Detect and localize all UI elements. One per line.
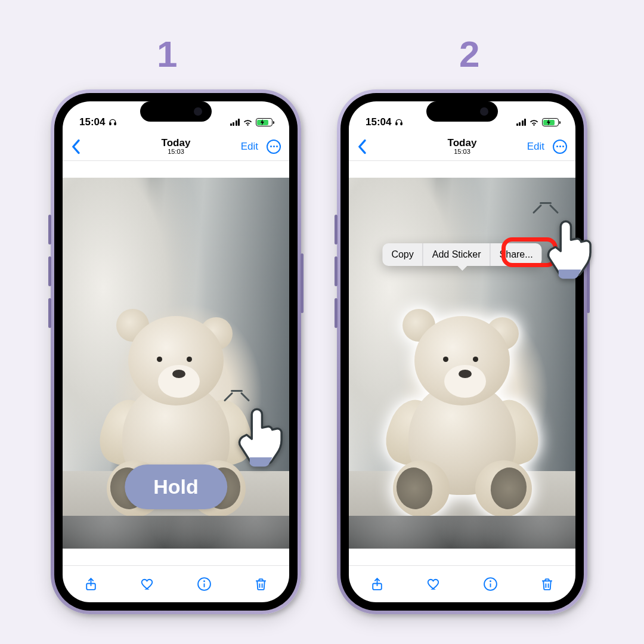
headphones-icon (395, 118, 403, 126)
nav-title-text: Today (162, 138, 191, 148)
svg-point-11 (490, 581, 491, 581)
dynamic-island (426, 101, 498, 122)
edit-button[interactable]: Edit (527, 141, 544, 153)
cellular-icon (230, 119, 240, 126)
nav-bar: Today 15:03 Edit (63, 132, 289, 161)
phone-mockup-2: 15:04 Today 15:03 Edit (337, 89, 587, 614)
more-button[interactable] (553, 140, 567, 154)
favorite-icon[interactable] (140, 577, 156, 592)
headphones-icon (109, 118, 117, 126)
trash-icon[interactable] (253, 577, 269, 592)
nav-title-text: Today (448, 138, 477, 148)
step-number-1: 1 (157, 33, 177, 75)
info-icon[interactable] (483, 577, 499, 592)
svg-rect-0 (110, 123, 111, 125)
edit-button[interactable]: Edit (241, 141, 258, 153)
nav-bar: Today 15:03 Edit (349, 132, 575, 161)
bottom-toolbar (349, 565, 575, 602)
info-icon[interactable] (197, 577, 212, 592)
phone-mockup-1: 15:04 Today 15:03 Edit (51, 89, 301, 614)
svg-rect-6 (396, 123, 397, 125)
menu-add-sticker[interactable]: Add Sticker (423, 243, 490, 266)
home-indicator[interactable] (422, 603, 503, 606)
back-button[interactable] (71, 139, 82, 154)
photo-viewer[interactable]: Copy Add Sticker Share... (349, 161, 575, 565)
share-icon[interactable] (83, 577, 99, 592)
battery-icon (542, 118, 559, 126)
svg-point-5 (204, 581, 205, 581)
back-button[interactable] (357, 139, 368, 154)
dynamic-island (140, 101, 212, 122)
highlight-ring (501, 237, 558, 267)
more-button[interactable] (267, 140, 281, 154)
status-time: 15:04 (366, 116, 391, 128)
status-time: 15:04 (79, 116, 105, 128)
favorite-icon[interactable] (426, 577, 442, 592)
share-icon[interactable] (370, 577, 385, 592)
svg-rect-7 (401, 123, 402, 125)
wifi-icon (529, 119, 539, 126)
nav-subtitle-text: 15:03 (162, 148, 191, 156)
nav-title: Today 15:03 (448, 138, 477, 155)
nav-title: Today 15:03 (162, 138, 191, 155)
home-indicator[interactable] (136, 603, 216, 606)
battery-icon (256, 118, 273, 126)
svg-rect-1 (114, 123, 116, 125)
cellular-icon (516, 119, 527, 126)
photo-content[interactable] (349, 178, 575, 549)
wifi-icon (243, 119, 253, 126)
step-number-2: 2 (459, 33, 479, 75)
bottom-toolbar (63, 565, 289, 602)
photo-subject[interactable] (379, 310, 546, 495)
hold-annotation-pill: Hold (125, 465, 227, 509)
menu-copy[interactable]: Copy (382, 243, 422, 266)
nav-subtitle-text: 15:03 (448, 148, 477, 156)
trash-icon[interactable] (540, 577, 555, 592)
